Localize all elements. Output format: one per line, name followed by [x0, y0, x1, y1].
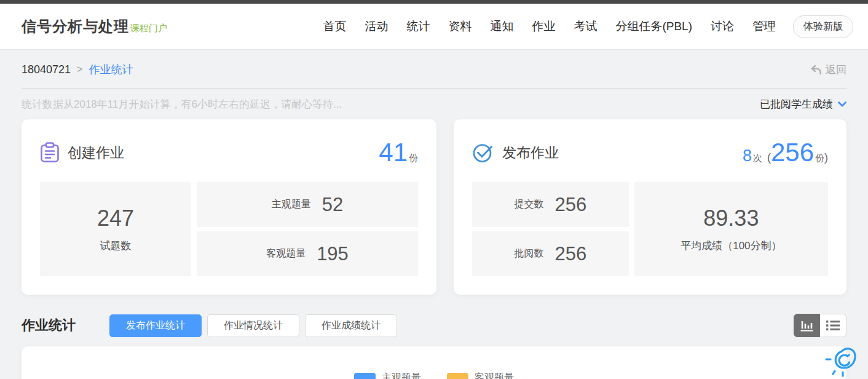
- legend-swatch-subjective: [354, 373, 376, 379]
- portal-label: 课程门户: [130, 23, 167, 34]
- question-breakdown: 主观题量 52 客观题量 195: [197, 182, 418, 276]
- graded-scores-filter[interactable]: 已批阅学生成绩: [760, 97, 846, 111]
- nav-item-exams[interactable]: 考试: [574, 18, 597, 34]
- chart-view-toggle[interactable]: [794, 314, 820, 337]
- section-title: 作业统计: [22, 316, 76, 335]
- published-homework-header: 发布作业 8 次 ( 256 份 ): [472, 135, 828, 170]
- main-nav: 首页 活动 统计 资料 通知 作业 考试 分组任务(PBL) 讨论 管理: [323, 18, 776, 34]
- subjective-questions-value: 52: [322, 194, 343, 216]
- nav-item-group-task-pbl[interactable]: 分组任务(PBL): [615, 18, 692, 34]
- created-homework-title: 创建作业: [68, 143, 124, 162]
- subjective-questions-box: 主观题量 52: [197, 182, 418, 227]
- nav-item-discussion[interactable]: 讨论: [711, 18, 734, 34]
- course-title: 信号分析与处理: [22, 17, 129, 36]
- back-button[interactable]: 返回: [810, 63, 846, 77]
- published-homework-title: 发布作业: [502, 143, 559, 162]
- legend-label-subjective: 主观题量: [382, 372, 421, 379]
- created-homework-card: 创建作业 41 份 247 试题数 主观题量 52 客观题量 195: [22, 119, 436, 295]
- legend-item-objective[interactable]: 客观题量: [447, 372, 514, 379]
- course-brand: 信号分析与处理 课程门户: [22, 17, 167, 36]
- published-times-value: 8: [743, 148, 752, 164]
- summary-cards: 创建作业 41 份 247 试题数 主观题量 52 客观题量 195: [0, 119, 868, 295]
- chart-legend: 主观题量 客观题量: [354, 372, 514, 379]
- notice-row: 统计数据从2018年11月开始计算，有6小时左右的延迟，请耐心等待... 已批阅…: [0, 96, 868, 112]
- published-homework-chart-card: 主观题量 客观题量: [22, 346, 846, 379]
- objective-questions-box: 客观题量 195: [197, 231, 418, 276]
- breadcrumb-separator: >: [77, 64, 82, 75]
- tab-homework-score-stats[interactable]: 作业成绩统计: [305, 314, 397, 337]
- list-icon: [826, 319, 840, 332]
- published-times-unit: 次: [753, 153, 762, 164]
- back-label: 返回: [826, 63, 846, 77]
- objective-questions-value: 195: [317, 243, 349, 265]
- breadcrumb-divider: [22, 88, 846, 89]
- average-score-value: 89.33: [703, 205, 759, 231]
- graded-count-value: 256: [555, 243, 587, 265]
- created-homework-count: 41 份: [379, 140, 418, 166]
- average-score-label: 平均成绩（100分制）: [681, 239, 781, 253]
- chevron-down-icon: [838, 102, 846, 107]
- nav-item-materials[interactable]: 资料: [448, 18, 471, 34]
- published-homework-count: 8 次 ( 256 份 ): [743, 140, 828, 166]
- tab-published-homework-stats[interactable]: 发布作业统计: [109, 314, 202, 337]
- nav-item-activity[interactable]: 活动: [365, 18, 388, 34]
- legend-label-objective: 客观题量: [475, 372, 514, 379]
- graded-scores-filter-label: 已批阅学生成绩: [760, 97, 833, 111]
- try-new-version-button[interactable]: 体验新版: [793, 15, 853, 38]
- average-score-box: 89.33 平均成绩（100分制）: [634, 182, 828, 276]
- created-homework-stats: 247 试题数 主观题量 52 客观题量 195: [40, 182, 418, 276]
- paren-close: ): [824, 151, 828, 164]
- published-homework-card: 发布作业 8 次 ( 256 份 ) 提交数 256 批阅数 256: [454, 119, 846, 295]
- published-homework-stats: 提交数 256 批阅数 256 89.33 平均成绩（100分制）: [472, 182, 828, 276]
- back-arrow-icon: [810, 65, 822, 75]
- nav-item-notifications[interactable]: 通知: [490, 18, 513, 34]
- header: 信号分析与处理 课程门户 首页 活动 统计 资料 通知 作业 考试 分组任务(P…: [0, 4, 868, 50]
- nav-item-statistics[interactable]: 统计: [406, 18, 430, 34]
- created-count-value: 41: [379, 140, 408, 166]
- breadcrumb-course-id[interactable]: 18040721: [22, 63, 71, 76]
- bar-chart-icon: [800, 319, 814, 332]
- view-toggle-group: [794, 314, 846, 337]
- nav-item-home[interactable]: 首页: [323, 18, 346, 34]
- clipboard-icon: [40, 142, 60, 163]
- legend-swatch-objective: [447, 373, 468, 379]
- tab-homework-situation-stats[interactable]: 作业情况统计: [207, 314, 299, 337]
- breadcrumb-current-page: 作业统计: [89, 62, 133, 77]
- submission-breakdown: 提交数 256 批阅数 256: [472, 182, 629, 276]
- statistics-tabs: 发布作业统计 作业情况统计 作业成绩统计: [109, 314, 397, 337]
- homework-statistics-section-bar: 作业统计 发布作业统计 作业情况统计 作业成绩统计: [0, 313, 868, 338]
- submitted-count-label: 提交数: [515, 198, 544, 211]
- submitted-count-value: 256: [555, 194, 587, 216]
- nav-item-manage[interactable]: 管理: [752, 18, 776, 34]
- submitted-count-box: 提交数 256: [472, 182, 629, 227]
- created-count-unit: 份: [409, 153, 418, 164]
- legend-item-subjective[interactable]: 主观题量: [354, 372, 421, 379]
- question-total-value: 247: [97, 205, 134, 231]
- question-total-label: 试题数: [100, 239, 132, 253]
- breadcrumb: 18040721 > 作业统计 返回: [0, 61, 868, 78]
- subjective-questions-label: 主观题量: [272, 198, 311, 211]
- nav-item-homework[interactable]: 作业: [532, 18, 555, 34]
- published-copies-value: 256: [771, 140, 814, 166]
- statistics-delay-notice: 统计数据从2018年11月开始计算，有6小时左右的延迟，请耐心等待...: [22, 97, 342, 111]
- graded-count-label: 批阅数: [515, 247, 544, 260]
- feedback-doodle-widget[interactable]: [823, 343, 861, 379]
- objective-questions-label: 客观题量: [266, 247, 306, 260]
- check-circle-icon: [472, 142, 494, 164]
- graded-count-box: 批阅数 256: [472, 231, 629, 276]
- published-copies-unit: 份: [815, 153, 824, 164]
- question-total-box: 247 试题数: [40, 182, 191, 276]
- list-view-toggle[interactable]: [820, 314, 846, 337]
- created-homework-header: 创建作业 41 份: [40, 135, 418, 170]
